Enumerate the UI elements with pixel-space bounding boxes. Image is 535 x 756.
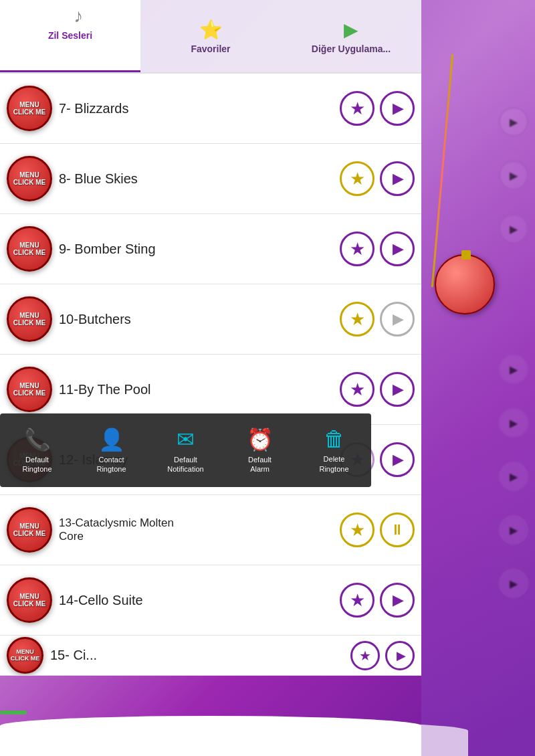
- play-icon: ▶: [393, 310, 404, 328]
- song-actions: ★ ▶: [340, 302, 415, 337]
- play-button[interactable]: ▶: [380, 231, 415, 266]
- alarm-icon: ⏰: [247, 427, 274, 452]
- pause-icon: ⏸: [390, 521, 405, 539]
- song-list: MENUCLICK ME 7- Blizzards ★ ▶ MENUCLICK …: [0, 74, 421, 676]
- star-icon: ★: [359, 648, 371, 664]
- menu-button[interactable]: MENUCLICK ME: [7, 156, 52, 201]
- play-button[interactable]: ▶: [380, 442, 415, 477]
- play-button[interactable]: ▶: [380, 91, 415, 126]
- favorite-button[interactable]: ★: [340, 91, 374, 126]
- song-actions: ★ ⏸: [340, 512, 415, 547]
- notification-icon: ✉: [177, 427, 195, 452]
- song-item: MENUCLICK ME 10-Butchers ★ ▶: [0, 284, 421, 355]
- play-icon: ▶: [393, 240, 404, 258]
- play-icon: ▶: [393, 100, 404, 117]
- song-title: 8- Blue Skies: [59, 171, 340, 187]
- context-default-alarm[interactable]: ⏰ DefaultAlarm: [230, 423, 290, 478]
- menu-btn-label: MENUCLICK ME: [13, 382, 45, 397]
- default-notification-label: DefaultNotification: [167, 455, 203, 474]
- right-play-button: ▶: [499, 462, 528, 491]
- song-title: 15- Ci...: [50, 648, 350, 663]
- tab1-label: Zil Sesleri: [48, 30, 92, 41]
- song-item: MENUCLICK ME 7- Blizzards ★ ▶: [0, 74, 421, 144]
- menu-button[interactable]: MENUCLICK ME: [7, 86, 52, 131]
- song-title: 13-Cataclysmic MoltenCore: [59, 516, 340, 543]
- song-item: MENUCLICK ME 14-Cello Suite ★ ▶: [0, 565, 421, 636]
- favorite-button[interactable]: ★: [340, 231, 374, 266]
- context-default-notification[interactable]: ✉ DefaultNotification: [156, 423, 216, 478]
- favorite-button[interactable]: ★: [340, 372, 374, 407]
- context-contact-ringtone[interactable]: 👤 ContactRingtone: [82, 423, 142, 478]
- play-icon: ▶: [393, 591, 404, 609]
- right-play-button: ▶: [499, 214, 528, 244]
- favorite-button[interactable]: ★: [340, 583, 374, 618]
- menu-button[interactable]: MENUCLICK ME: [7, 296, 52, 342]
- star-icon: ★: [350, 239, 365, 260]
- song-item: MENUCLICK ME 9- Bomber Sting ★ ▶: [0, 214, 421, 284]
- song-item-partial: MENUCLICK ME 15- Ci... ★ ▶: [0, 636, 421, 676]
- menu-button[interactable]: MENUCLICK ME: [7, 367, 52, 412]
- progress-bar: [0, 711, 27, 715]
- right-play-button: ▶: [499, 569, 528, 598]
- right-play-button: ▶: [499, 161, 528, 190]
- star-icon: ★: [350, 98, 365, 119]
- contact-ringtone-label: ContactRingtone: [96, 455, 126, 474]
- song-actions: ★ ▶: [340, 231, 415, 266]
- right-play-button: ▶: [499, 355, 528, 384]
- play-store-icon: ▶: [344, 19, 358, 41]
- star-icon: ★: [350, 590, 365, 611]
- favorite-button[interactable]: ★: [340, 161, 374, 196]
- song-title: 14-Cello Suite: [59, 593, 340, 608]
- tab-diger-uygulama[interactable]: ▶ Diğer Uygulama...: [281, 0, 421, 72]
- song-title: 11-By The Pool: [59, 382, 340, 397]
- contact-icon: 👤: [98, 427, 125, 452]
- song-title: 10-Butchers: [59, 312, 340, 327]
- default-alarm-label: DefaultAlarm: [248, 455, 272, 474]
- song-title: 7- Blizzards: [59, 101, 340, 116]
- menu-button[interactable]: MENUCLICK ME: [7, 577, 52, 623]
- menu-button[interactable]: MENUCLICK ME: [7, 507, 52, 553]
- tab-favoriler[interactable]: ⭐ Favoriler: [140, 0, 281, 72]
- star-tab-icon: ⭐: [199, 19, 223, 41]
- play-icon: ▶: [393, 451, 404, 468]
- favorite-button[interactable]: ★: [340, 512, 374, 547]
- tab-zil-sesleri[interactable]: Zil Sesleri: [0, 0, 140, 72]
- play-icon: ▶: [397, 648, 406, 663]
- right-play-button: ▶: [499, 515, 528, 545]
- star-icon: ★: [350, 379, 365, 400]
- song-actions: ★ ▶: [340, 161, 415, 196]
- play-button[interactable]: ▶: [380, 161, 415, 196]
- phone-icon: 📞: [24, 427, 51, 452]
- menu-btn-label: MENUCLICK ME: [13, 101, 45, 116]
- play-button[interactable]: ▶: [380, 302, 415, 337]
- main-panel: ♪ Zil Sesleri ⭐ Favoriler ▶ Diğer Uygula…: [0, 0, 421, 756]
- play-button[interactable]: ▶: [380, 583, 415, 618]
- song-item: MENUCLICK ME 8- Blue Skies ★ ▶: [0, 144, 421, 214]
- play-icon: ▶: [393, 381, 404, 398]
- favorite-button[interactable]: ★: [350, 641, 380, 670]
- song-actions: ★ ▶: [340, 583, 415, 618]
- song-title: 9- Bomber Sting: [59, 242, 340, 257]
- context-menu: 📞 DefaultRingtone 👤 ContactRingtone ✉ De…: [0, 413, 371, 487]
- menu-button[interactable]: MENUCLICK ME: [7, 226, 52, 272]
- tab2-label: Favoriler: [191, 43, 230, 54]
- trash-icon: 🗑: [324, 427, 345, 452]
- star-icon: ★: [350, 520, 365, 541]
- song-actions: ★ ▶: [340, 372, 415, 407]
- menu-btn-label: MENUCLICK ME: [13, 171, 45, 186]
- song-actions: ★ ▶: [340, 91, 415, 126]
- pause-button[interactable]: ⏸: [380, 512, 415, 547]
- play-icon: ▶: [393, 170, 404, 187]
- context-delete-ringtone[interactable]: 🗑 DeleteRingtone: [304, 423, 364, 478]
- favorite-button[interactable]: ★: [340, 302, 374, 337]
- song-actions: ★ ▶: [350, 641, 415, 670]
- play-button[interactable]: ▶: [385, 641, 415, 670]
- snow-ground-right: [201, 723, 468, 756]
- default-ringtone-label: DefaultRingtone: [22, 455, 51, 474]
- menu-button[interactable]: MENUCLICK ME: [7, 637, 43, 674]
- header-tabs: ♪ Zil Sesleri ⭐ Favoriler ▶ Diğer Uygula…: [0, 0, 421, 74]
- context-default-ringtone[interactable]: 📞 DefaultRingtone: [7, 423, 68, 478]
- play-button[interactable]: ▶: [380, 372, 415, 407]
- song-item: MENUCLICK ME 13-Cataclysmic MoltenCore ★…: [0, 495, 421, 565]
- right-play-button: ▶: [499, 408, 528, 438]
